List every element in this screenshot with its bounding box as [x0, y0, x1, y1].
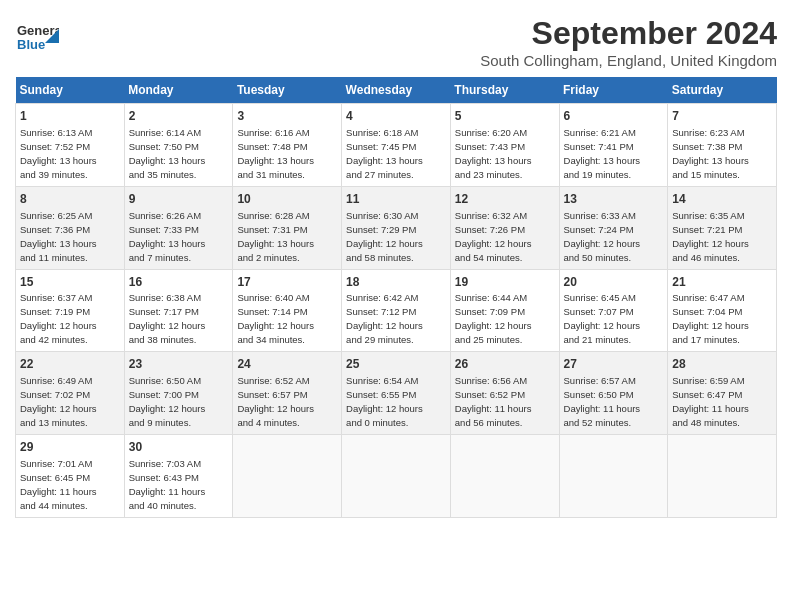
table-row: 20Sunrise: 6:45 AM Sunset: 7:07 PM Dayli… [559, 269, 668, 352]
table-row: 3Sunrise: 6:16 AM Sunset: 7:48 PM Daylig… [233, 104, 342, 187]
calendar-table: SundayMondayTuesdayWednesdayThursdayFrid… [15, 77, 777, 518]
day-info: Sunrise: 7:03 AM Sunset: 6:43 PM Dayligh… [129, 458, 206, 511]
day-info: Sunrise: 6:57 AM Sunset: 6:50 PM Dayligh… [564, 375, 641, 428]
day-number: 6 [564, 108, 664, 125]
day-header-tuesday: Tuesday [233, 77, 342, 104]
day-number: 20 [564, 274, 664, 291]
table-row: 4Sunrise: 6:18 AM Sunset: 7:45 PM Daylig… [342, 104, 451, 187]
day-number: 26 [455, 356, 555, 373]
table-row: 24Sunrise: 6:52 AM Sunset: 6:57 PM Dayli… [233, 352, 342, 435]
table-row: 18Sunrise: 6:42 AM Sunset: 7:12 PM Dayli… [342, 269, 451, 352]
day-info: Sunrise: 6:44 AM Sunset: 7:09 PM Dayligh… [455, 292, 532, 345]
day-info: Sunrise: 6:52 AM Sunset: 6:57 PM Dayligh… [237, 375, 314, 428]
table-row: 11Sunrise: 6:30 AM Sunset: 7:29 PM Dayli… [342, 186, 451, 269]
table-row: 7Sunrise: 6:23 AM Sunset: 7:38 PM Daylig… [668, 104, 777, 187]
day-number: 22 [20, 356, 120, 373]
day-number: 5 [455, 108, 555, 125]
day-number: 19 [455, 274, 555, 291]
table-row: 26Sunrise: 6:56 AM Sunset: 6:52 PM Dayli… [450, 352, 559, 435]
table-row: 29Sunrise: 7:01 AM Sunset: 6:45 PM Dayli… [16, 435, 125, 518]
day-info: Sunrise: 6:13 AM Sunset: 7:52 PM Dayligh… [20, 127, 97, 180]
day-number: 25 [346, 356, 446, 373]
day-info: Sunrise: 6:30 AM Sunset: 7:29 PM Dayligh… [346, 210, 423, 263]
day-info: Sunrise: 6:18 AM Sunset: 7:45 PM Dayligh… [346, 127, 423, 180]
day-number: 3 [237, 108, 337, 125]
month-title: September 2024 [480, 15, 777, 52]
day-header-monday: Monday [124, 77, 233, 104]
table-row: 6Sunrise: 6:21 AM Sunset: 7:41 PM Daylig… [559, 104, 668, 187]
day-number: 10 [237, 191, 337, 208]
day-info: Sunrise: 6:47 AM Sunset: 7:04 PM Dayligh… [672, 292, 749, 345]
day-info: Sunrise: 6:25 AM Sunset: 7:36 PM Dayligh… [20, 210, 97, 263]
table-row: 2Sunrise: 6:14 AM Sunset: 7:50 PM Daylig… [124, 104, 233, 187]
day-info: Sunrise: 6:16 AM Sunset: 7:48 PM Dayligh… [237, 127, 314, 180]
day-number: 14 [672, 191, 772, 208]
day-info: Sunrise: 6:33 AM Sunset: 7:24 PM Dayligh… [564, 210, 641, 263]
day-info: Sunrise: 6:49 AM Sunset: 7:02 PM Dayligh… [20, 375, 97, 428]
day-number: 23 [129, 356, 229, 373]
day-number: 15 [20, 274, 120, 291]
table-row: 21Sunrise: 6:47 AM Sunset: 7:04 PM Dayli… [668, 269, 777, 352]
table-row: 28Sunrise: 6:59 AM Sunset: 6:47 PM Dayli… [668, 352, 777, 435]
location-subtitle: South Collingham, England, United Kingdo… [480, 52, 777, 69]
day-info: Sunrise: 6:26 AM Sunset: 7:33 PM Dayligh… [129, 210, 206, 263]
day-info: Sunrise: 6:14 AM Sunset: 7:50 PM Dayligh… [129, 127, 206, 180]
day-header-thursday: Thursday [450, 77, 559, 104]
day-info: Sunrise: 6:54 AM Sunset: 6:55 PM Dayligh… [346, 375, 423, 428]
day-info: Sunrise: 6:56 AM Sunset: 6:52 PM Dayligh… [455, 375, 532, 428]
day-number: 9 [129, 191, 229, 208]
table-row [342, 435, 451, 518]
table-row: 30Sunrise: 7:03 AM Sunset: 6:43 PM Dayli… [124, 435, 233, 518]
table-row: 5Sunrise: 6:20 AM Sunset: 7:43 PM Daylig… [450, 104, 559, 187]
day-number: 4 [346, 108, 446, 125]
calendar-week-row: 1Sunrise: 6:13 AM Sunset: 7:52 PM Daylig… [16, 104, 777, 187]
table-row [668, 435, 777, 518]
day-header-saturday: Saturday [668, 77, 777, 104]
day-number: 29 [20, 439, 120, 456]
table-row: 16Sunrise: 6:38 AM Sunset: 7:17 PM Dayli… [124, 269, 233, 352]
table-row: 13Sunrise: 6:33 AM Sunset: 7:24 PM Dayli… [559, 186, 668, 269]
table-row: 25Sunrise: 6:54 AM Sunset: 6:55 PM Dayli… [342, 352, 451, 435]
day-info: Sunrise: 6:35 AM Sunset: 7:21 PM Dayligh… [672, 210, 749, 263]
table-row: 9Sunrise: 6:26 AM Sunset: 7:33 PM Daylig… [124, 186, 233, 269]
day-info: Sunrise: 6:28 AM Sunset: 7:31 PM Dayligh… [237, 210, 314, 263]
day-header-friday: Friday [559, 77, 668, 104]
logo: General Blue [15, 15, 59, 59]
day-info: Sunrise: 6:23 AM Sunset: 7:38 PM Dayligh… [672, 127, 749, 180]
day-header-sunday: Sunday [16, 77, 125, 104]
table-row: 22Sunrise: 6:49 AM Sunset: 7:02 PM Dayli… [16, 352, 125, 435]
day-number: 16 [129, 274, 229, 291]
day-info: Sunrise: 6:45 AM Sunset: 7:07 PM Dayligh… [564, 292, 641, 345]
day-number: 1 [20, 108, 120, 125]
table-row: 27Sunrise: 6:57 AM Sunset: 6:50 PM Dayli… [559, 352, 668, 435]
logo-icon: General Blue [15, 15, 59, 59]
table-row: 23Sunrise: 6:50 AM Sunset: 7:00 PM Dayli… [124, 352, 233, 435]
day-number: 24 [237, 356, 337, 373]
day-info: Sunrise: 6:37 AM Sunset: 7:19 PM Dayligh… [20, 292, 97, 345]
day-number: 18 [346, 274, 446, 291]
day-info: Sunrise: 6:40 AM Sunset: 7:14 PM Dayligh… [237, 292, 314, 345]
table-row: 14Sunrise: 6:35 AM Sunset: 7:21 PM Dayli… [668, 186, 777, 269]
calendar-week-row: 15Sunrise: 6:37 AM Sunset: 7:19 PM Dayli… [16, 269, 777, 352]
day-number: 21 [672, 274, 772, 291]
calendar-week-row: 29Sunrise: 7:01 AM Sunset: 6:45 PM Dayli… [16, 435, 777, 518]
table-row [559, 435, 668, 518]
header: General Blue September 2024 South Collin… [15, 15, 777, 69]
svg-text:Blue: Blue [17, 37, 45, 52]
day-number: 2 [129, 108, 229, 125]
day-info: Sunrise: 6:38 AM Sunset: 7:17 PM Dayligh… [129, 292, 206, 345]
title-area: September 2024 South Collingham, England… [480, 15, 777, 69]
day-number: 30 [129, 439, 229, 456]
day-info: Sunrise: 6:20 AM Sunset: 7:43 PM Dayligh… [455, 127, 532, 180]
day-number: 28 [672, 356, 772, 373]
day-number: 11 [346, 191, 446, 208]
table-row: 19Sunrise: 6:44 AM Sunset: 7:09 PM Dayli… [450, 269, 559, 352]
table-row [233, 435, 342, 518]
day-number: 17 [237, 274, 337, 291]
table-row: 10Sunrise: 6:28 AM Sunset: 7:31 PM Dayli… [233, 186, 342, 269]
table-row: 17Sunrise: 6:40 AM Sunset: 7:14 PM Dayli… [233, 269, 342, 352]
day-info: Sunrise: 6:21 AM Sunset: 7:41 PM Dayligh… [564, 127, 641, 180]
table-row: 12Sunrise: 6:32 AM Sunset: 7:26 PM Dayli… [450, 186, 559, 269]
calendar-week-row: 8Sunrise: 6:25 AM Sunset: 7:36 PM Daylig… [16, 186, 777, 269]
day-number: 27 [564, 356, 664, 373]
